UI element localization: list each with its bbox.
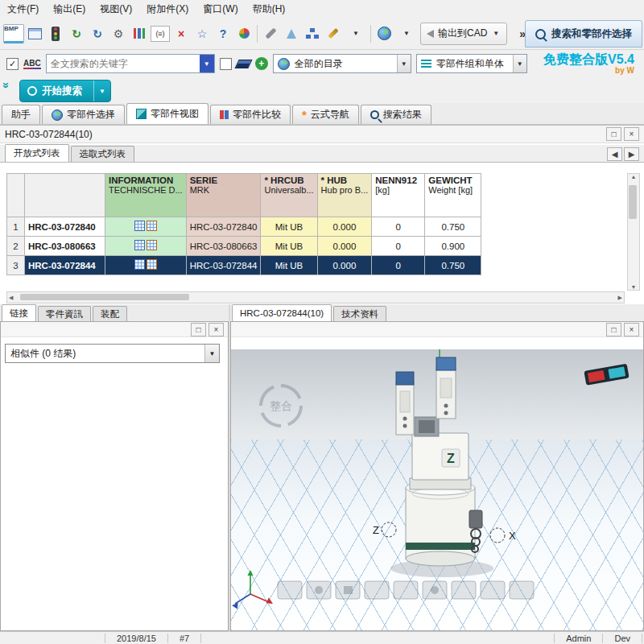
table-icon[interactable] — [147, 221, 157, 231]
help-button[interactable]: ? — [213, 23, 233, 44]
horizontal-scrollbar[interactable]: ◀ ▶ — [6, 291, 625, 303]
statistics-button[interactable] — [129, 23, 150, 44]
datasheet-icon[interactable] — [134, 221, 145, 231]
start-search-dropdown[interactable]: ▼ — [93, 80, 110, 101]
menu-output[interactable]: 输出(E) — [46, 1, 93, 18]
col-header-serie[interactable]: SERIE MRK — [186, 174, 261, 217]
tab-part-3d[interactable]: HRC-03-072844(10) — [232, 304, 332, 321]
option-checkbox[interactable] — [220, 58, 232, 70]
tab-cloud-navigation[interactable]: * 云式导航 — [292, 105, 359, 124]
catalog-select[interactable]: 全部的目录 ▼ — [273, 54, 411, 73]
vertical-scrollbar[interactable]: ▲ ▼ — [627, 173, 640, 291]
info-cell[interactable] — [105, 217, 187, 237]
menu-help[interactable]: 帮助(H) — [246, 1, 293, 18]
part-name-cell[interactable]: HRC-03-080663 — [25, 237, 105, 256]
col-header-hub[interactable]: * HUB Hub pro B... — [317, 174, 372, 217]
start-search-button[interactable]: 开始搜索 ▼ — [19, 80, 111, 102]
eraser-icon[interactable] — [234, 60, 252, 68]
maximize-button[interactable]: □ — [191, 323, 206, 336]
output-to-cad-button[interactable]: 输出到CAD ▼ — [420, 23, 507, 45]
tools-button[interactable] — [260, 23, 281, 44]
hrcub-cell[interactable]: Mit UB — [261, 256, 317, 275]
maximize-button[interactable]: □ — [606, 127, 621, 141]
measure-button[interactable] — [281, 23, 302, 44]
gewicht-cell[interactable]: 0.900 — [425, 237, 481, 256]
scroll-left-icon[interactable]: ◀ — [9, 295, 13, 301]
subtab-pick-list[interactable]: 选取式列表 — [71, 146, 135, 162]
tab-part-compare[interactable]: 零部件比较 — [210, 105, 291, 124]
hub-cell[interactable]: 0.000 — [317, 256, 372, 275]
tab-technical-data[interactable]: 技术资料 — [333, 306, 386, 321]
col-header-nenn912[interactable]: NENN912 [kg] — [372, 174, 425, 217]
subtab-scroll-left-button[interactable]: ◀ — [607, 147, 622, 161]
serie-cell[interactable]: HRC-03-072840 — [186, 217, 261, 237]
tab-search-results[interactable]: 搜索结果 — [361, 105, 431, 124]
table-icon[interactable] — [147, 240, 157, 250]
scope-dropdown-button[interactable]: ▼ — [513, 55, 526, 72]
sync-button[interactable]: ↻ — [87, 23, 108, 44]
nav-button[interactable] — [394, 581, 418, 599]
subtab-open-list[interactable]: 开放式列表 — [5, 144, 69, 162]
scroll-right-icon[interactable]: ▶ — [618, 295, 622, 301]
tab-part-view[interactable]: 零部件视图 — [126, 103, 208, 124]
nav-button[interactable] — [278, 581, 302, 599]
close-button[interactable]: × — [624, 323, 639, 336]
fulltext-checkbox[interactable]: ✓ — [6, 58, 19, 70]
nenn912-cell[interactable]: 0 — [372, 237, 425, 256]
part-name-cell[interactable]: HRC-03-072844 — [25, 256, 105, 275]
part-name-cell[interactable]: HRC-03-072840 — [25, 217, 105, 237]
view-mode-dropdown[interactable]: ▼ — [394, 23, 419, 44]
menu-addons[interactable]: 附加件(X) — [139, 1, 196, 18]
keyword-dropdown-button[interactable]: ▼ — [200, 55, 214, 72]
robot-gripper-model[interactable]: Z — [390, 357, 493, 577]
datasheet-icon[interactable] — [134, 240, 145, 250]
table-row-selected[interactable]: 3 HRC-03-072844 HRC-03-072844 Mit UB 0.0… — [7, 256, 481, 275]
screenshot-button[interactable] — [24, 23, 45, 44]
subtab-scroll-right-button[interactable]: ▶ — [624, 147, 639, 161]
table-row[interactable]: 1 HRC-03-072840 HRC-03-072840 Mit UB 0.0… — [7, 217, 481, 237]
collapse-chevron-icon[interactable]: » — [0, 82, 13, 89]
tab-part-info[interactable]: 零件資訊 — [38, 306, 91, 321]
table-icon[interactable] — [147, 259, 157, 270]
viewer-nav-toolbar[interactable] — [278, 581, 534, 599]
formula-button[interactable]: (≡) — [150, 23, 171, 44]
col-header-information[interactable]: INFORMATION TECHNISCHE D... — [105, 174, 187, 217]
hrcub-cell[interactable]: Mit UB — [261, 237, 317, 256]
col-header-gewicht[interactable]: GEWICHT Weight [kg] — [425, 174, 481, 217]
serie-cell[interactable]: HRC-03-072844 — [186, 256, 261, 275]
clear-filter-button[interactable]: × — [171, 23, 192, 44]
settings-button[interactable]: ⚙ — [108, 23, 129, 44]
anaglyph-glasses-icon[interactable] — [584, 364, 629, 386]
favorites-button[interactable]: ☆ — [192, 23, 213, 44]
wizard-button[interactable] — [323, 23, 344, 44]
scroll-down-icon[interactable]: ▼ — [631, 284, 637, 290]
info-cell[interactable] — [105, 237, 187, 256]
update-button[interactable]: ↻ — [66, 23, 87, 44]
gewicht-cell[interactable]: 0.750 — [425, 217, 481, 237]
nenn912-cell[interactable]: 0 — [372, 256, 425, 275]
scroll-thumb[interactable] — [20, 294, 189, 300]
search-input[interactable] — [47, 55, 200, 72]
scroll-up-icon[interactable]: ▲ — [631, 174, 637, 180]
tab-links[interactable]: 链接 — [2, 304, 36, 321]
viewport-3d[interactable]: 整合 — [231, 349, 643, 630]
gewicht-cell[interactable]: 0.750 — [425, 256, 481, 275]
structure-button[interactable] — [302, 23, 323, 44]
hub-cell[interactable]: 0.000 — [317, 217, 372, 237]
view-mode-button[interactable] — [374, 23, 394, 44]
add-button[interactable]: + — [255, 57, 268, 70]
table-row[interactable]: 2 HRC-03-080663 HRC-03-080663 Mit UB 0.0… — [7, 237, 481, 256]
nav-button[interactable] — [481, 581, 505, 599]
search-panel-header[interactable]: 搜索和零部件选择 — [525, 20, 642, 47]
status-light-button[interactable] — [45, 23, 66, 44]
datasheet-icon[interactable] — [134, 259, 145, 270]
col-header-hrcub[interactable]: * HRCUB Universalb... — [261, 174, 317, 217]
plugins-button[interactable] — [233, 23, 254, 44]
serie-cell[interactable]: HRC-03-080663 — [186, 237, 261, 256]
wizard-dropdown[interactable]: ▼ — [344, 23, 368, 44]
info-cell[interactable] — [105, 256, 187, 275]
menu-file[interactable]: 文件(F) — [0, 1, 46, 18]
scope-select[interactable]: 零部件组和单体 ▼ — [416, 54, 527, 73]
hub-cell[interactable]: 0.000 — [317, 237, 372, 256]
similar-parts-dropdown-button[interactable]: ▼ — [204, 345, 219, 362]
